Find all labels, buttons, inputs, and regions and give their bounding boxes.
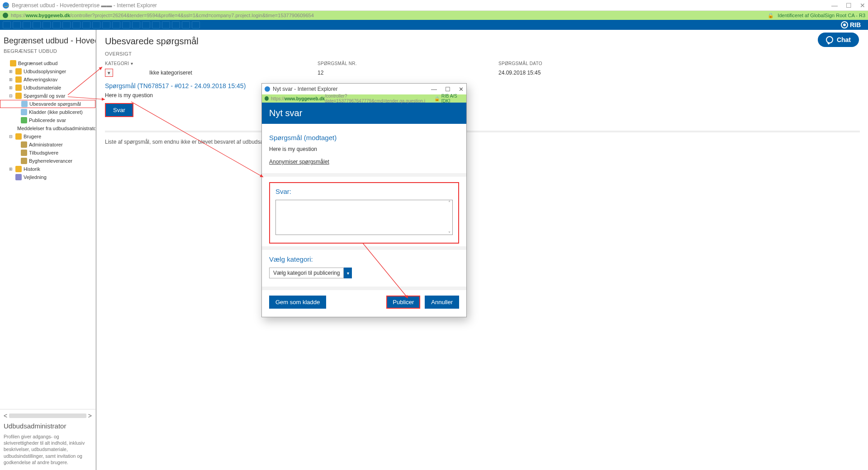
popup-url-prefix: https:// [271, 96, 285, 101]
toolbar-button[interactable] [92, 21, 100, 28]
question-title: Spørgsmål (TN678517 - #012 - 24.09.2018 … [105, 82, 860, 89]
tree-item-sporg[interactable]: ⊟Spørgsmål og svar [0, 92, 95, 100]
popup-maximize-button[interactable]: ☐ [445, 86, 451, 93]
sidebar-scroll[interactable]: < > [4, 412, 92, 419]
window-titlebar: Begrænset udbud - Hovedentreprise ▬▬ - I… [0, 0, 868, 11]
svar-textarea[interactable] [275, 200, 453, 235]
col-nr[interactable]: SPØRGSMÅL NR. [318, 61, 498, 66]
toolbar-button[interactable] [62, 21, 71, 28]
tree-root[interactable]: Begrænset udbud [0, 59, 95, 67]
popup-close-button[interactable]: ✕ [459, 86, 464, 93]
toolbar-button[interactable] [102, 21, 110, 28]
toolbar-button[interactable] [122, 21, 130, 28]
toolbar-button[interactable] [182, 21, 190, 28]
tree-label: Spørgsmål og svar [24, 93, 65, 99]
divider [105, 131, 860, 132]
user-icon [21, 150, 27, 156]
toolbar-button[interactable] [132, 21, 140, 28]
ie-icon [3, 2, 9, 9]
window-title: Begrænset udbud - Hovedentreprise ▬▬ - I… [12, 2, 157, 9]
scroll-down-icon[interactable]: ˅ [448, 231, 451, 236]
cell-kategori: Ikke kategoriseret [149, 70, 318, 76]
popup-window: Nyt svar - Internet Explorer — ☐ ✕ https… [261, 83, 467, 317]
tree-item-vejledning[interactable]: Vejledning [0, 173, 95, 181]
popup-address-bar[interactable]: https:// www.byggeweb.dk /controller?dat… [262, 94, 466, 103]
toolbar-button[interactable] [142, 21, 150, 28]
toolbar-button[interactable] [52, 21, 61, 28]
toolbar-button[interactable] [112, 21, 120, 28]
ie-icon [265, 86, 270, 92]
user-icon [21, 141, 27, 148]
tree-label: Tilbudsgivere [29, 150, 58, 155]
tree-label: Meddelelser fra udbudsadministrator [17, 126, 95, 131]
toolbar-button[interactable] [152, 21, 160, 28]
kategori-select-value: Vælg kategori til publicering [269, 268, 344, 278]
popup-titlebar: Nyt svar - Internet Explorer — ☐ ✕ [262, 84, 466, 94]
toolbar-button[interactable] [162, 21, 170, 28]
toolbar-button[interactable] [43, 21, 51, 28]
maximize-button[interactable]: ☐ [846, 2, 852, 9]
folder-icon [15, 166, 22, 172]
tree-item-afleveringskrav[interactable]: ⊞Afleveringskrav [0, 75, 95, 84]
popup-url-rest: /controller?date=15377967647779&cmd=tend… [325, 94, 434, 103]
tree-item-brugere[interactable]: ⊟Brugere [0, 132, 95, 141]
tree-label: Udbudsmateriale [24, 85, 61, 90]
page-icon [21, 101, 28, 107]
scroll-up-icon[interactable]: ˄ [448, 200, 451, 205]
tree-item-bygherre[interactable]: Bygherreleverancer [0, 157, 95, 165]
rib-icon [841, 21, 848, 28]
anonymise-link[interactable]: Anonymiser spørgsmålet [269, 159, 329, 165]
kategori-select[interactable]: Vælg kategori til publicering ▾ [269, 268, 459, 278]
url-path: /controller?project=26264&tender=9594&pr… [70, 13, 314, 18]
tree-item-kladder[interactable]: Kladder (ikke publiceret) [0, 108, 95, 116]
toolbar-button[interactable] [192, 21, 200, 28]
url-domain: www.byggeweb.dk [26, 13, 70, 18]
toolbar-button[interactable] [33, 21, 41, 28]
textarea-scroll[interactable]: ˄˅ [446, 200, 452, 236]
tree-item-publicerede[interactable]: Publicerede svar [0, 116, 95, 124]
user-icon [21, 158, 27, 164]
annuller-button[interactable]: Annuller [425, 296, 459, 309]
scroll-track[interactable] [9, 414, 86, 418]
tree-item-udbudsmateriale[interactable]: ⊞Udbudsmateriale [0, 84, 95, 92]
toolbar-button[interactable] [13, 21, 21, 28]
publicer-button[interactable]: Publicer [386, 296, 420, 309]
table-row[interactable]: ▾ Ikke kategoriseret 12 24.09.2018 15:45 [105, 68, 860, 80]
brand-text: RIB [850, 21, 861, 28]
scroll-left-icon[interactable]: < [4, 412, 7, 419]
tree-item-meddelelser[interactable]: Meddelelser fra udbudsadministrator [0, 124, 95, 132]
chat-button[interactable]: Chat [818, 33, 859, 47]
chevron-down-icon[interactable]: ▾ [344, 268, 352, 278]
toolbar-button[interactable] [172, 21, 180, 28]
toolbar-button[interactable] [72, 21, 81, 28]
col-dato[interactable]: SPØRGSMÅL DATO [498, 61, 860, 66]
sidebar: Begrænset udbud - Hovedentreprise BEGRÆN… [0, 30, 97, 470]
toolbar-button[interactable] [82, 21, 90, 28]
folder-icon [15, 76, 22, 83]
popup-minimize-button[interactable]: — [431, 86, 437, 93]
toolbar-button[interactable] [23, 21, 31, 28]
tree-item-admin[interactable]: Administratorer [0, 141, 95, 149]
expand-row-button[interactable]: ▾ [105, 69, 113, 77]
popup-title: Nyt svar - Internet Explorer [273, 86, 337, 92]
kategori-head: Vælg kategori: [269, 255, 459, 263]
popup-header: Nyt svar [262, 103, 466, 124]
globe-icon [265, 96, 269, 101]
tree-item-historik[interactable]: ⊞Historik [0, 165, 95, 173]
minimize-button[interactable]: — [831, 2, 838, 9]
scroll-right-icon[interactable]: > [88, 412, 92, 419]
tree-item-ubesvarede[interactable]: Ubesvarede spørgsmål [0, 100, 95, 108]
col-kategori[interactable]: KATEGORI ▾ [105, 61, 318, 66]
gem-kladde-button[interactable]: Gem som kladde [269, 296, 326, 309]
chat-icon [826, 36, 833, 43]
svar-button[interactable]: Svar [105, 103, 133, 117]
toolbar-button[interactable] [3, 21, 11, 28]
cell-dato: 24.09.2018 15:45 [498, 70, 541, 76]
tree-item-tilbud[interactable]: Tilbudsgivere [0, 149, 95, 157]
close-button[interactable]: ✕ [860, 2, 865, 9]
brand-logo: RIB [841, 21, 865, 28]
address-bar[interactable]: https:// www.byggeweb.dk /controller?pro… [0, 11, 868, 20]
cell-nr: 12 [318, 70, 498, 76]
folder-icon [15, 85, 22, 91]
tree-item-udbudsoplysninger[interactable]: ⊞Udbudsoplysninger [0, 67, 95, 75]
